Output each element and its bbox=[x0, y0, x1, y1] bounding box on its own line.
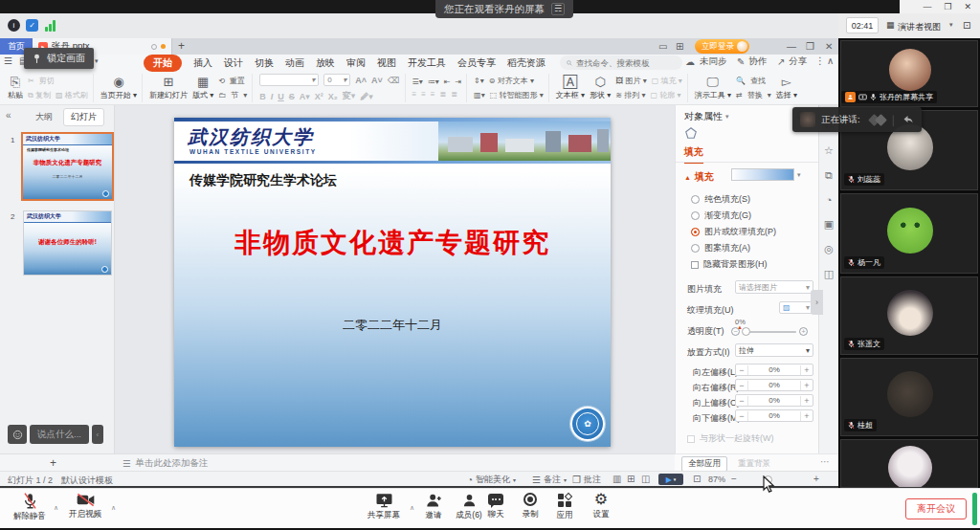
tab-developer[interactable]: 开发工具 bbox=[408, 56, 446, 70]
grow-font-icon[interactable]: A˄ bbox=[355, 76, 367, 85]
copy-button[interactable]: ⧉ 复制 bbox=[28, 90, 51, 100]
history-strip-icon[interactable]: ◔ bbox=[826, 194, 833, 206]
animation-strip-icon[interactable]: ⧉ bbox=[825, 169, 833, 182]
zoom-out-icon[interactable]: − bbox=[731, 474, 737, 484]
video-tile[interactable]: 桂超 bbox=[840, 358, 978, 436]
notes-toggle[interactable]: ☰备注▾ bbox=[532, 474, 567, 486]
tab-review[interactable]: 审阅 bbox=[346, 56, 366, 70]
slide-date[interactable]: 二零二二年十二月 bbox=[174, 317, 611, 334]
paste-button[interactable]: ⎘粘贴 bbox=[8, 76, 23, 100]
underline-button[interactable]: U bbox=[278, 92, 284, 101]
tab-slideshow[interactable]: 放映 bbox=[316, 56, 335, 70]
tab-animation[interactable]: 动画 bbox=[285, 56, 304, 70]
bullets-icon[interactable]: ☰▾ bbox=[412, 77, 423, 86]
justify-icon[interactable]: ≣ bbox=[440, 90, 447, 99]
distribute-icon[interactable]: ≣ bbox=[451, 90, 457, 99]
align-left-icon[interactable]: ≡ bbox=[412, 90, 417, 99]
line-spacing-icon[interactable]: ⇕▾ bbox=[474, 77, 484, 85]
collapse-bubble-icon[interactable]: ‹ bbox=[92, 425, 103, 444]
quick-chat-bubble[interactable]: 说点什么... ‹ bbox=[8, 425, 103, 444]
placement-select[interactable]: 拉伸▾ bbox=[735, 343, 813, 357]
new-tab-button[interactable]: + bbox=[178, 39, 185, 53]
tab-grid-icon[interactable]: ⊞ bbox=[676, 41, 683, 52]
start-video-button[interactable]: 开启视频 bbox=[63, 493, 107, 520]
close-icon[interactable]: ✕ bbox=[964, 2, 971, 11]
add-slide-button[interactable]: + bbox=[50, 456, 56, 470]
reset-button[interactable]: ⟲ 重置 bbox=[218, 76, 247, 86]
command-search[interactable] bbox=[560, 55, 682, 70]
menu-icon[interactable]: ☰ bbox=[4, 55, 12, 66]
tab-insert[interactable]: 插入 bbox=[193, 56, 212, 70]
minimize-icon[interactable]: — bbox=[923, 2, 931, 11]
offset-left-stepper[interactable]: −0%+ bbox=[735, 364, 813, 376]
tab-resources[interactable]: 稻壳资源 bbox=[507, 56, 546, 70]
collapse-ribbon-icon[interactable]: ∧ bbox=[827, 55, 834, 66]
slide1-thumbnail[interactable]: 武汉纺织大学 传媒学院研究生学术论坛 非物质文化遗产专题研究 二零二二年十二月 bbox=[23, 134, 112, 199]
signal-tray-icon[interactable] bbox=[45, 20, 56, 32]
format-painter-button[interactable]: ▨ 格式刷 bbox=[56, 90, 88, 100]
tab-design[interactable]: 设计 bbox=[224, 56, 243, 70]
to-smartart-button[interactable]: ⬚ 转智能图形 ▾ bbox=[490, 90, 544, 100]
superscript-button[interactable]: X² bbox=[315, 92, 323, 101]
wps-minimize-icon[interactable]: — bbox=[787, 41, 796, 52]
picture-fill-select[interactable]: 请选择图片▾ bbox=[735, 280, 813, 294]
transparency-slider[interactable]: − + bbox=[731, 327, 808, 336]
tab-member[interactable]: 会员专享 bbox=[457, 56, 496, 70]
highlight-button[interactable]: 🖉▾ bbox=[360, 92, 373, 101]
section-button[interactable]: 🗀 节 ▾ bbox=[218, 90, 247, 100]
emoji-icon[interactable] bbox=[8, 425, 27, 444]
effects-strip-icon[interactable]: ☆ bbox=[824, 144, 834, 157]
picture-button[interactable]: 🖾 图片 ▾ bbox=[615, 76, 646, 86]
chat-input[interactable]: 说点什么... bbox=[30, 425, 89, 444]
textbox-button[interactable]: 🄰文本框 ▾ bbox=[556, 76, 585, 100]
share-options-caret-icon[interactable]: ∧ bbox=[410, 504, 414, 512]
offset-up-stepper[interactable]: −0%+ bbox=[735, 394, 813, 407]
notes-input[interactable]: ☰ 单击此处添加备注 bbox=[122, 457, 209, 470]
columns-icon[interactable]: ▥▾ bbox=[474, 91, 485, 99]
shield-tray-icon[interactable]: ✓ bbox=[26, 19, 38, 32]
slideshow-play-button[interactable]: ▶▾ bbox=[658, 474, 683, 485]
sorter-view-icon[interactable]: ⊞ bbox=[627, 474, 635, 484]
play-from-current-button[interactable]: ◉当页开始 ▾ bbox=[100, 76, 137, 100]
share-button[interactable]: ↗分享 bbox=[777, 55, 807, 68]
collapse-panel-icon[interactable]: « bbox=[6, 110, 11, 121]
new-slide-button[interactable]: ⊞新建幻灯片 bbox=[149, 76, 188, 100]
login-button[interactable]: 立即登录 bbox=[695, 39, 749, 54]
select-button[interactable]: ▻选择 ▾ bbox=[776, 76, 797, 100]
replace-button[interactable]: ⇄ 替换 ▾ bbox=[736, 90, 771, 100]
layout-button[interactable]: ▦版式 ▾ bbox=[192, 76, 213, 100]
unmute-button[interactable]: 解除静音 bbox=[8, 493, 52, 522]
reset-background-button[interactable]: 重置背景 bbox=[738, 458, 770, 470]
shapes-button[interactable]: ⬡形状 ▾ bbox=[590, 76, 611, 100]
cut-button[interactable]: ✂ 剪切 bbox=[28, 76, 88, 86]
checkbox-rotate-with-shape[interactable]: 与形状一起旋转(W) bbox=[687, 432, 774, 445]
radio-gradient-fill[interactable]: 渐变填充(G) bbox=[691, 210, 751, 222]
mic-options-caret-icon[interactable]: ∧ bbox=[54, 504, 58, 512]
clear-format-icon[interactable]: ⌫ bbox=[388, 76, 400, 85]
radio-solid-fill[interactable]: 纯色填充(S) bbox=[691, 193, 750, 206]
wps-maximize-icon[interactable]: ❐ bbox=[806, 41, 814, 52]
align-center-icon[interactable]: ≡ bbox=[421, 90, 426, 99]
strike-button[interactable]: S bbox=[289, 92, 295, 101]
sync-status[interactable]: ☁未同步 bbox=[685, 55, 727, 68]
outline-button[interactable]: ▢ 轮廓 ▾ bbox=[650, 90, 680, 100]
forum-subtitle[interactable]: 传媒学院研究生学术论坛 bbox=[189, 172, 337, 189]
radio-picture-texture-fill[interactable]: 图片或纹理填充(P) bbox=[691, 226, 776, 238]
maximize-icon[interactable]: ❐ bbox=[944, 2, 951, 11]
section-expand-icon[interactable]: ▲ bbox=[684, 174, 691, 181]
apps-button[interactable]: 应用 bbox=[549, 493, 580, 521]
leave-meeting-button[interactable]: 离开会议 bbox=[905, 498, 967, 519]
video-tile[interactable]: 杨一凡 bbox=[840, 193, 978, 274]
properties-caret-icon[interactable]: ▾ bbox=[725, 113, 729, 121]
texture-fill-select[interactable]: ▨▾ bbox=[779, 301, 813, 314]
offset-down-stepper[interactable]: −0%+ bbox=[735, 409, 813, 422]
collaborate-button[interactable]: ✎协作 bbox=[737, 55, 767, 68]
offset-right-stepper[interactable]: −0%+ bbox=[735, 379, 813, 391]
video-tile[interactable] bbox=[840, 439, 978, 488]
comments-toggle[interactable]: ❐批注 bbox=[572, 474, 601, 486]
info-tray-icon[interactable]: i bbox=[8, 19, 20, 32]
invite-button[interactable]: 邀请 bbox=[417, 493, 450, 521]
reply-arrow-icon[interactable] bbox=[902, 115, 914, 124]
apply-all-button[interactable]: 全部应用 bbox=[681, 456, 727, 472]
numbering-icon[interactable]: ≔▾ bbox=[428, 77, 439, 86]
